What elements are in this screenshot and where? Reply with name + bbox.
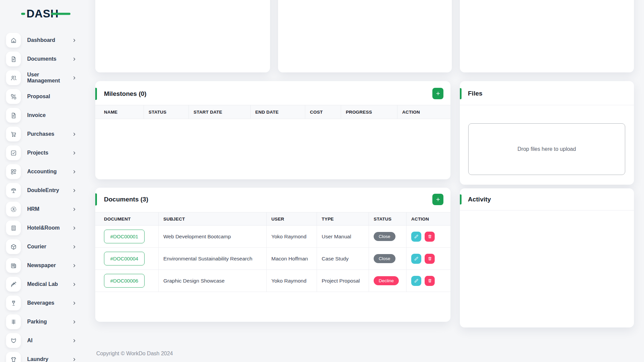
sidebar-item-label: Projects — [27, 150, 48, 156]
dropzone-text: Drop files here to upload — [518, 146, 576, 152]
milestones-card: Milestones (0) NAME STATUS START DATE EN… — [95, 81, 450, 179]
check-square-icon — [6, 145, 21, 160]
sidebar-item-dashboard[interactable]: Dashboard — [0, 31, 95, 50]
chevron-right-icon — [72, 132, 77, 137]
parking-grid-icon — [6, 314, 21, 329]
grid-plus-icon — [6, 164, 21, 179]
milestones-table-header: NAME STATUS START DATE END DATE COST PRO… — [95, 105, 450, 119]
column-header-start-date: START DATE — [189, 105, 251, 119]
document-id-button[interactable]: #DOC00001 — [104, 230, 145, 243]
sidebar-item-ai[interactable]: AI — [0, 331, 95, 350]
sidebar-item-purchases[interactable]: Purchases — [0, 125, 95, 143]
sidebar-item-newspaper[interactable]: Newspaper — [0, 256, 95, 275]
document-type: Project Proposal — [317, 270, 369, 292]
chevron-right-icon — [72, 188, 77, 193]
sidebar-item-parking[interactable]: Parking — [0, 312, 95, 331]
balance-scale-icon — [6, 183, 21, 198]
chevron-right-icon — [72, 226, 77, 231]
files-card: Files Drop files here to upload — [460, 81, 634, 185]
sidebar-item-documents[interactable]: Documents — [0, 50, 95, 68]
delete-button[interactable] — [425, 276, 435, 286]
delete-button[interactable] — [425, 254, 435, 264]
accent-bar — [460, 194, 462, 204]
home-icon — [6, 33, 21, 48]
top-card-1 — [95, 0, 270, 72]
chevron-right-icon — [72, 319, 77, 324]
document-subject: Web Development Bootcamp — [159, 226, 267, 247]
plus-icon — [435, 90, 441, 97]
delete-button[interactable] — [425, 232, 435, 242]
document-type: Case Study — [317, 248, 369, 269]
sidebar-item-laundry[interactable]: Laundry — [0, 350, 95, 362]
sidebar-item-user-management[interactable]: User Management — [0, 68, 95, 87]
column-header-document: DOCUMENT — [95, 213, 159, 225]
milestones-title: Milestones (0) — [104, 90, 147, 98]
sidebar-item-label: Medical Lab — [27, 281, 58, 287]
add-milestone-button[interactable] — [432, 88, 443, 99]
swap-grid-icon — [6, 89, 21, 104]
document-type: User Manual — [317, 226, 369, 247]
person-circle-icon — [6, 202, 21, 217]
sidebar-item-invoice[interactable]: Invoice — [0, 106, 95, 125]
cart-icon — [6, 127, 21, 141]
status-badge: Close — [374, 232, 395, 241]
edit-button[interactable] — [411, 254, 421, 264]
sidebar-item-medical-lab[interactable]: Medical Lab — [0, 275, 95, 294]
sidebar-item-label: Accounting — [27, 169, 57, 175]
sidebar-item-label: AI — [27, 338, 33, 344]
document-row: #DOC00004 Environmental Sustainability R… — [95, 248, 450, 270]
document-row: #DOC00006 Graphic Design Showcase Yoko R… — [95, 270, 450, 292]
activity-title: Activity — [468, 196, 491, 203]
sidebar-item-label: Purchases — [27, 131, 54, 137]
pencil-icon — [414, 278, 419, 283]
chevron-right-icon — [72, 338, 77, 343]
column-header-name: NAME — [95, 105, 144, 119]
status-badge: Decline — [374, 276, 399, 285]
sidebar-item-doubleentry[interactable]: DoubleEntry — [0, 181, 95, 200]
document-icon — [6, 52, 21, 66]
chevron-right-icon — [72, 263, 77, 268]
edit-button[interactable] — [411, 232, 421, 242]
sidebar-item-beverages[interactable]: Beverages — [0, 294, 95, 312]
document-row: #DOC00001 Web Development Bootcamp Yoko … — [95, 226, 450, 248]
syringe-icon — [6, 277, 21, 292]
edit-button[interactable] — [411, 276, 421, 286]
invoice-icon — [6, 108, 21, 123]
accent-bar — [460, 88, 462, 99]
copyright-text: Copyright © WorkDo Dash 2024 — [96, 351, 173, 357]
page: DASH Dashboard Documents — [0, 0, 644, 362]
sidebar-item-label: HRM — [27, 206, 39, 212]
sidebar-item-label: User Management — [27, 72, 72, 84]
trash-icon — [427, 278, 432, 283]
sidebar-nav: Dashboard Documents User Management — [0, 31, 95, 362]
sidebar-item-hrm[interactable]: HRM — [0, 200, 95, 219]
column-header-action: ACTION — [397, 105, 450, 119]
status-badge: Close — [374, 254, 395, 263]
sidebar-item-hotel-room[interactable]: Hotel&Room — [0, 219, 95, 237]
sidebar-item-label: Beverages — [27, 300, 54, 306]
sidebar-item-label: Invoice — [27, 112, 46, 118]
top-card-3 — [460, 0, 634, 72]
chevron-right-icon — [72, 301, 77, 306]
column-header-status: STATUS — [144, 105, 189, 119]
document-id-button[interactable]: #DOC00006 — [104, 274, 145, 288]
sidebar-item-proposal[interactable]: Proposal — [0, 87, 95, 106]
users-icon — [6, 70, 21, 85]
newspaper-icon — [6, 258, 21, 273]
shirt-icon — [6, 352, 21, 362]
trash-icon — [427, 234, 432, 239]
sidebar-item-label: Newspaper — [27, 262, 56, 268]
column-header-subject: SUBJECT — [159, 213, 267, 225]
document-id-button[interactable]: #DOC00004 — [104, 252, 145, 265]
sidebar-item-label: Laundry — [27, 356, 48, 362]
add-document-button[interactable] — [432, 194, 443, 205]
sidebar-item-label: Documents — [27, 56, 56, 62]
sidebar-item-label: Courier — [27, 244, 46, 250]
sidebar-item-projects[interactable]: Projects — [0, 143, 95, 162]
sidebar-item-courier[interactable]: Courier — [0, 237, 95, 256]
sidebar-item-accounting[interactable]: Accounting — [0, 162, 95, 181]
document-user: Yoko Raymond — [267, 226, 317, 247]
documents-table-body: #DOC00001 Web Development Bootcamp Yoko … — [95, 226, 450, 292]
chevron-right-icon — [72, 244, 77, 249]
file-dropzone[interactable]: Drop files here to upload — [468, 123, 625, 175]
